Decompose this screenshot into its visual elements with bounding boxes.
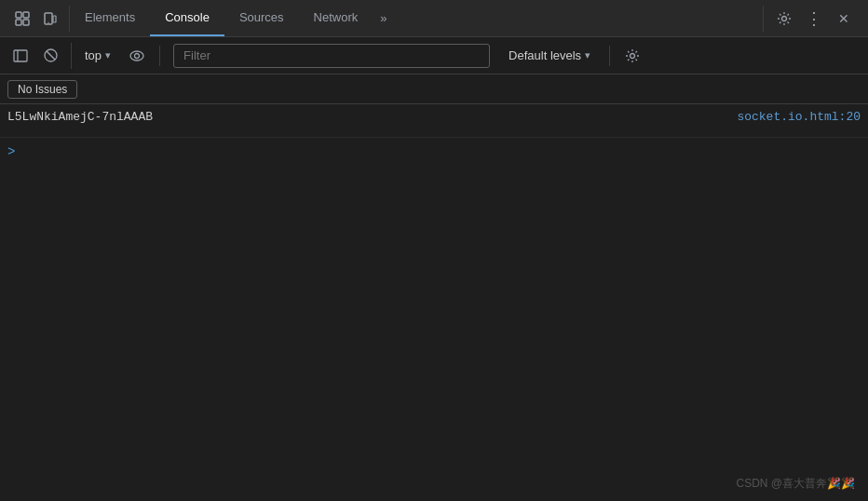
inspect-icon[interactable] — [9, 6, 35, 32]
more-icon[interactable]: ⋮ — [801, 6, 827, 32]
settings-icon[interactable] — [771, 6, 797, 32]
context-selector[interactable]: top ▾ — [77, 46, 118, 65]
default-levels-button[interactable]: Default levels ▾ — [499, 46, 600, 65]
svg-rect-2 — [16, 20, 21, 25]
filter-input[interactable] — [173, 44, 490, 68]
console-toolbar: top ▾ Default levels ▾ — [0, 37, 868, 74]
device-icon[interactable] — [37, 6, 63, 32]
prompt-arrow: > — [7, 144, 15, 159]
devtools-body: top ▾ Default levels ▾ No Iss — [0, 37, 868, 501]
tab-console[interactable]: Console — [150, 0, 224, 36]
console-input[interactable] — [22, 143, 861, 157]
console-entry: L5LwNkiAmejC-7nlAAAB socket.io.html:20 — [0, 104, 868, 138]
svg-rect-0 — [16, 12, 21, 18]
console-entry-link[interactable]: socket.io.html:20 — [737, 110, 861, 124]
svg-point-7 — [782, 16, 787, 20]
svg-rect-8 — [14, 50, 27, 61]
sidebar-toggle-button[interactable] — [7, 43, 34, 69]
console-toolbar-left — [7, 43, 72, 69]
tab-sources[interactable]: Sources — [224, 0, 299, 36]
right-icons: ⋮ ✕ — [763, 6, 864, 32]
close-icon[interactable]: ✕ — [831, 6, 857, 32]
svg-rect-5 — [53, 16, 56, 22]
tab-network[interactable]: Network — [299, 0, 373, 36]
toolbar-divider — [159, 46, 160, 66]
no-issues-bar: No Issues — [0, 74, 868, 104]
left-icons — [4, 6, 70, 32]
tab-elements[interactable]: Elements — [70, 0, 150, 36]
eye-filter-button[interactable] — [124, 43, 150, 69]
svg-point-6 — [47, 21, 48, 22]
tab-overflow[interactable]: » — [373, 11, 394, 25]
toolbar-divider-2 — [609, 46, 610, 66]
watermark: CSDN @喜大普奔🎉🎉 — [736, 476, 855, 492]
console-prompt-row[interactable]: > — [0, 138, 868, 168]
svg-line-11 — [47, 51, 55, 60]
filter-input-wrap — [173, 44, 490, 68]
console-content: L5LwNkiAmejC-7nlAAAB socket.io.html:20 >… — [0, 104, 868, 501]
svg-rect-3 — [23, 20, 29, 25]
console-settings-button[interactable] — [619, 43, 645, 69]
clear-console-button[interactable] — [37, 43, 63, 69]
svg-point-13 — [135, 53, 140, 58]
svg-point-14 — [631, 53, 635, 58]
console-entry-text: L5LwNkiAmejC-7nlAAAB — [7, 110, 737, 124]
tabs-area: Elements Console Sources Network » — [70, 0, 763, 36]
devtools-tabbar: Elements Console Sources Network » ⋮ ✕ — [0, 0, 868, 37]
svg-point-12 — [130, 51, 143, 61]
no-issues-button[interactable]: No Issues — [7, 80, 77, 99]
svg-rect-1 — [23, 12, 29, 18]
